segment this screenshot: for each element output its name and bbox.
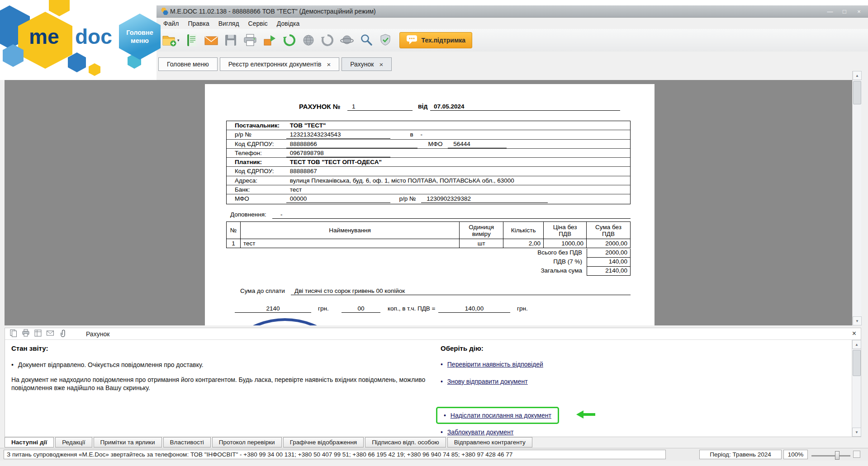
print-small-icon[interactable] <box>22 329 30 339</box>
print-icon[interactable] <box>242 32 258 49</box>
col-name: Найменування <box>240 222 459 239</box>
zoom-slider[interactable] <box>811 450 850 459</box>
action-check-replies[interactable]: • Перевірити наявність відповідей <box>441 361 543 368</box>
menu-view[interactable]: Вигляд <box>214 19 243 28</box>
mfo2-label: МФО <box>235 194 285 203</box>
scrollbar-thumb[interactable] <box>853 81 861 104</box>
vat-amount: 140,00 <box>438 304 510 313</box>
new-folder-dropdown-caret[interactable]: ▾ <box>177 38 180 42</box>
tab-revisions[interactable]: Редакції <box>55 437 92 447</box>
table-row: 1 тест шт 2,00 1000,00 2000,00 <box>227 239 631 248</box>
zoom-slider-track[interactable] <box>811 455 850 457</box>
action-resend-document[interactable]: • Знову відправити документ <box>441 378 528 385</box>
account-label: р/р № <box>235 130 285 139</box>
registry-journal-icon[interactable] <box>184 32 199 49</box>
bullet-icon: • <box>441 378 443 385</box>
tab-close-icon[interactable]: × <box>379 61 383 68</box>
new-folder-icon[interactable]: ▾ <box>161 32 180 49</box>
phone-row: Телефон: 0967898798 <box>227 149 630 158</box>
menu-help[interactable]: Довідка <box>273 19 304 28</box>
edrpou-value: 88888866 <box>286 140 417 148</box>
main-menu-hex-line1: Головне <box>126 28 153 37</box>
account2-label: р/р № <box>392 195 416 202</box>
attachment-icon[interactable] <box>58 329 66 339</box>
action-block-document[interactable]: • Заблокувати документ <box>441 428 513 436</box>
action-label[interactable]: Заблокувати документ <box>447 428 514 436</box>
minimize-button[interactable]: — <box>824 7 836 16</box>
verify-shield-icon[interactable] <box>378 32 393 49</box>
document-scrollbar[interactable]: ▲ ▼ <box>852 71 861 325</box>
mfo2-row: МФО 00000 р/р № 1230902329382 <box>227 194 630 203</box>
table-header-row: № Найменування Одиниця виміру Кількість … <box>227 222 631 239</box>
account-row: р/р № 123213243234543 в - <box>227 130 630 139</box>
tab-close-icon[interactable]: × <box>327 61 331 68</box>
search-icon[interactable] <box>359 32 374 49</box>
cell-unit: шт <box>460 239 503 248</box>
panel-scrollbar[interactable]: ▲ ▼ <box>852 340 861 437</box>
export-icon[interactable] <box>262 32 278 49</box>
tech-support-button[interactable]: Тех.підтримка <box>399 32 473 48</box>
resize-grip[interactable] <box>853 451 860 458</box>
mail-small-icon[interactable] <box>46 329 54 339</box>
app-icon <box>160 8 168 16</box>
send-mail-icon[interactable] <box>203 32 219 49</box>
action-label[interactable]: Знову відправити документ <box>447 378 528 385</box>
zoom-slider-thumb[interactable] <box>835 451 840 460</box>
scroll-up-icon[interactable]: ▲ <box>852 340 861 349</box>
bullet-icon: • <box>441 428 443 436</box>
tab-sent-to-counterparty[interactable]: Відправлено контрагенту <box>447 437 532 447</box>
col-sum: Сума без ПДВ <box>587 222 631 239</box>
tab-next-actions[interactable]: Наступні дії <box>5 437 54 447</box>
action-label[interactable]: Перевірити наявність відповідей <box>447 361 543 368</box>
tech-support-label: Тех.підтримка <box>422 37 466 44</box>
logo-text-doc: doc <box>75 24 112 49</box>
menu-service[interactable]: Сервіс <box>244 19 272 28</box>
col-qty: Кількість <box>503 222 544 239</box>
scroll-down-icon[interactable]: ▼ <box>852 428 861 437</box>
tab-check-protocol[interactable]: Протокол перевірки <box>212 437 282 447</box>
save-icon[interactable] <box>223 32 238 49</box>
tab-graphic-view[interactable]: Графічне відображення <box>283 437 364 447</box>
logo-hexagon-yellow-small <box>49 0 70 16</box>
globe-icon[interactable] <box>301 32 316 49</box>
menu-file[interactable]: Файл <box>159 19 183 28</box>
refresh-icon[interactable] <box>282 32 297 49</box>
cell-number: 1 <box>227 239 241 248</box>
account2-value: 1230902329382 <box>421 194 548 203</box>
sync-icon[interactable] <box>320 32 335 49</box>
planet-icon[interactable] <box>339 32 355 49</box>
tab-label: Головне меню <box>167 61 209 68</box>
tab-label: Реєстр електронних документів <box>228 61 322 68</box>
action-heading: Оберіть дію: <box>441 344 771 352</box>
window-title: M.E.DOC 11.02.138 - 88888866 ТОВ "ТЕСТ" … <box>170 8 376 15</box>
close-window-button[interactable]: × <box>853 7 865 16</box>
panel-close-icon[interactable]: × <box>852 329 856 338</box>
report-icon[interactable] <box>34 329 42 339</box>
scroll-up-icon[interactable]: ▲ <box>853 71 862 80</box>
action-send-document-link[interactable]: • Надіслати посилання на документ <box>444 412 551 419</box>
tab-properties[interactable]: Властивості <box>163 437 211 447</box>
addition-value: - <box>272 210 631 219</box>
maximize-button[interactable]: □ <box>839 7 850 16</box>
copy-icon[interactable] <box>9 329 18 339</box>
status-paragraph: На документ не надходило повідомлення пр… <box>11 376 432 392</box>
main-menu-hex-line2: меню <box>131 37 149 45</box>
account-value: 123213243234543 <box>286 130 390 139</box>
payer-row: Платник: ТЕСТ ТОВ "ТЕСТ ОПТ-ОДЕСА" <box>227 158 630 167</box>
status-heading: Стан звіту: <box>11 344 432 352</box>
action-label[interactable]: Надіслати посилання на документ <box>451 412 551 419</box>
period-indicator[interactable]: Період: Травень 2024 <box>699 450 782 459</box>
tab-signed-by-person[interactable]: Підписано відп. особою <box>365 437 446 447</box>
tab-invoice[interactable]: Рахунок × <box>342 57 392 71</box>
tab-notes-labels[interactable]: Примітки та ярлики <box>94 437 162 447</box>
tab-main-menu[interactable]: Головне меню <box>158 57 218 71</box>
tab-registry[interactable]: Реєстр електронних документів × <box>220 57 339 71</box>
scroll-down-icon[interactable]: ▼ <box>853 316 862 325</box>
stamp-seal-arc <box>210 318 360 325</box>
addition-label: Доповнення: <box>230 210 266 219</box>
cell-price: 1000,00 <box>544 239 587 248</box>
menu-edit[interactable]: Правка <box>184 19 213 28</box>
status-bullet-line: • Документ відправлено. Очікується повід… <box>11 361 432 368</box>
bank-label: Банк: <box>235 185 285 194</box>
scrollbar-thumb[interactable] <box>853 350 861 376</box>
